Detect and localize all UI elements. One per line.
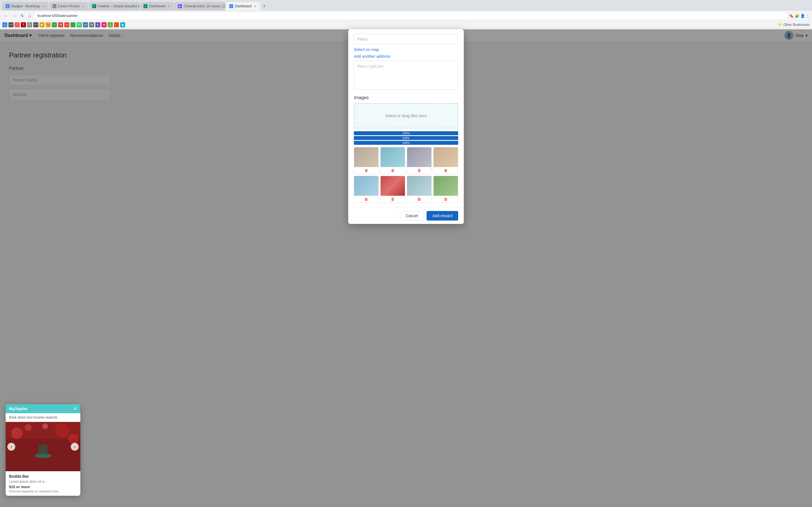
add-another-address-link[interactable]: Add another address (354, 54, 458, 59)
tab-3[interactable]: ✦ Feather – Simply beautiful op... ✕ (89, 2, 140, 10)
ext-snake[interactable]: 🐍 (108, 22, 113, 27)
tab-3-favicon: ✦ (92, 4, 96, 8)
image-grid: 🗑 🗑 🗑 🗑 (354, 147, 458, 203)
svg-point-3 (25, 424, 32, 431)
extensions-icon[interactable]: 🧩 (795, 14, 799, 18)
ext-mail[interactable]: ✉ (58, 22, 63, 27)
description-textarea[interactable] (354, 61, 458, 90)
delete-image-7-button[interactable]: 🗑 (407, 196, 432, 203)
tab-2-label: Lorem Picsum (58, 4, 80, 8)
svg-point-6 (42, 424, 48, 429)
image-thumb-1: 🗑 (354, 147, 378, 174)
ext-debug[interactable]: ⬡ (15, 22, 20, 27)
delete-image-5-button[interactable]: 🗑 (354, 196, 378, 203)
select-on-map-link[interactable]: Select on map (354, 47, 458, 52)
tab-4-close[interactable]: ✕ (167, 4, 170, 8)
ext-leaf[interactable]: 🌿 (70, 22, 75, 27)
popup-description: Lorem ipsum dolor sit a... (9, 480, 77, 484)
ext-whatsapp[interactable]: W (77, 22, 82, 27)
ext-arrow[interactable]: ▶ (40, 22, 45, 27)
progress-bar-1: 100% (354, 131, 458, 135)
ext-flower[interactable]: ✿ (101, 22, 107, 27)
delete-image-1-button[interactable]: 🗑 (354, 167, 378, 174)
ext-gear[interactable]: ⚙ (89, 22, 94, 27)
bookmark-icon[interactable]: 🔖 (789, 14, 794, 18)
popup-prev-button[interactable]: ‹ (7, 443, 15, 451)
tab-4[interactable]: D Dashboard ✕ (140, 2, 174, 10)
ext-tt[interactable]: +TT (33, 22, 38, 27)
ext-brackets[interactable]: <> (8, 22, 13, 27)
delete-image-2-button[interactable]: 🗑 (380, 167, 405, 174)
tab-6-favicon: D (229, 4, 233, 8)
forward-button[interactable]: → (11, 12, 17, 19)
address-bar-row: ← → ↻ ⌂ 🔖 🧩 👤 ⋮ (0, 11, 812, 21)
tab-6-close[interactable]: ✕ (253, 4, 257, 8)
delete-image-3-button[interactable]: 🗑 (407, 167, 432, 174)
ext-chrome[interactable]: C (2, 22, 7, 27)
tab-1-close[interactable]: ✕ (42, 4, 45, 8)
place-input[interactable] (354, 42, 458, 45)
image-thumb-2: 🗑 (380, 147, 405, 174)
tab-2-favicon: L (52, 4, 56, 8)
delete-image-6-button[interactable]: 🗑 (380, 196, 405, 203)
cancel-button[interactable]: Cancel (400, 211, 424, 221)
image-thumb-8: 🗑 (434, 176, 458, 203)
ext-plus[interactable]: + (52, 22, 57, 27)
bookmarks-label: 📁 Other Bookmarks (778, 23, 810, 27)
home-button[interactable]: ⌂ (27, 12, 32, 19)
ext-bee[interactable]: 🐝 (46, 22, 51, 27)
svg-rect-8 (39, 445, 47, 456)
ext-fruit[interactable]: 🍎 (114, 22, 119, 27)
file-dropzone[interactable]: Select or drag files here (354, 103, 458, 128)
ext-gm[interactable]: M (64, 22, 69, 27)
popup-discount: Discount depends on selected room (9, 490, 77, 493)
popup-price: $15 or more (9, 485, 77, 489)
tab-5[interactable]: ▶ Comedy Батл, 10 сезон, 13... ✕ (174, 2, 225, 10)
add-reward-button[interactable]: Add reward (426, 211, 458, 221)
extensions-bar: C <> ⬡ S Ⓑ +TT ▶ 🐝 + ✉ M 🌿 W VK ⚙ B ✿ 🐍 … (0, 21, 812, 29)
popup-header: MyJupiter ✕ (6, 404, 80, 413)
reload-button[interactable]: ↻ (19, 12, 26, 19)
popup-next-button[interactable]: › (71, 443, 79, 451)
tab-bar: B Badges · Bootstrap ✕ L Lorem Picsum ✕ … (0, 0, 812, 11)
popup-close-button[interactable]: ✕ (73, 406, 77, 411)
popup-card: MyJupiter ✕ Book direct and receive rewa… (6, 404, 80, 496)
svg-point-4 (55, 424, 69, 438)
ext-vk[interactable]: VK (83, 22, 88, 27)
image-8-preview (434, 176, 458, 196)
image-7-preview (407, 176, 432, 196)
tab-5-favicon: ▶ (178, 4, 182, 8)
menu-icon[interactable]: ⋮ (806, 14, 810, 18)
main-content: Partner registration Partner Partner Nam… (0, 42, 812, 506)
new-tab-button[interactable]: + (260, 2, 268, 10)
delete-image-8-button[interactable]: 🗑 (434, 196, 458, 203)
ext-last[interactable]: ◉ (120, 22, 125, 27)
tab-4-label: Dashboard (149, 4, 166, 8)
delete-image-4-button[interactable]: 🗑 (434, 167, 458, 174)
profile-icon[interactable]: 👤 (801, 14, 805, 18)
image-1-preview (354, 147, 378, 167)
tab-6-label: Dashboard (235, 4, 252, 8)
ext-bootstrap[interactable]: B (95, 22, 100, 27)
dropzone-text: Select or drag files here (385, 114, 427, 118)
app-container: Dashboard ▾ Client requests Recommendati… (0, 29, 812, 506)
popup-image-area: ‹ › (6, 422, 80, 471)
browser-chrome: B Badges · Bootstrap ✕ L Lorem Picsum ✕ … (0, 0, 812, 29)
address-input[interactable] (34, 12, 788, 19)
image-3-preview (407, 147, 432, 167)
tab-6[interactable]: D Dashboard ✕ (226, 2, 260, 10)
tab-2[interactable]: L Lorem Picsum ✕ (49, 2, 88, 10)
modal-footer: Cancel Add reward (348, 207, 464, 224)
tab-2-close[interactable]: ✕ (82, 4, 85, 8)
tab-1-favicon: B (6, 4, 10, 8)
toolbar-icons: 🔖 🧩 👤 ⋮ (789, 14, 810, 18)
image-thumb-3: 🗑 (407, 147, 432, 174)
ext-b[interactable]: Ⓑ (27, 22, 32, 27)
ext-s[interactable]: S (21, 22, 26, 27)
popup-info: Budda Bar Lorem ipsum dolor sit a... $15… (6, 471, 80, 496)
tab-1[interactable]: B Badges · Bootstrap ✕ (2, 2, 49, 10)
progress-bar-1-label: 100% (402, 132, 410, 135)
image-thumb-6: 🗑 (380, 176, 405, 203)
back-button[interactable]: ← (2, 12, 9, 19)
svg-point-5 (68, 434, 79, 444)
